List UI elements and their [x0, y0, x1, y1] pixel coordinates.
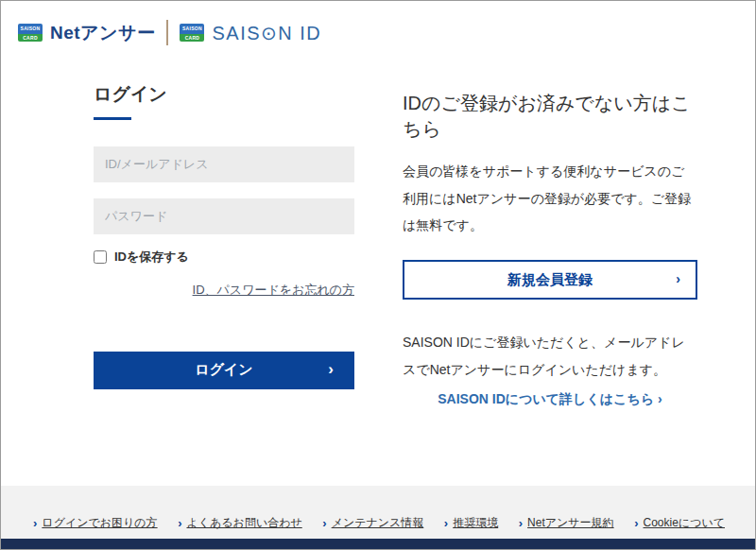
saison-id-logo: SAIS⊙N ID [212, 22, 321, 44]
save-id-row: IDを保存する [94, 249, 354, 266]
saison-link-row: SAISON IDについて詳しくはこちら› [403, 390, 697, 408]
saison-id-logo-text: SAIS [212, 23, 261, 43]
footer-link-label: Cookieについて [644, 515, 725, 531]
chevron-right-icon: › [322, 516, 326, 530]
footer-link-environment[interactable]: ›推奨環境 [444, 515, 498, 531]
saison-badge-top: SAISON [18, 24, 43, 34]
chevron-right-icon: › [328, 360, 334, 379]
title-underline [94, 117, 131, 120]
footer-link-label: ログインでお困りの方 [42, 515, 157, 531]
footer-link-label: Netアンサー規約 [527, 515, 614, 531]
chevron-right-icon: › [676, 271, 680, 286]
footer-link-cookie[interactable]: ›Cookieについて [634, 515, 725, 531]
login-page: SAISON CARD Netアンサー SAISON CARD SAIS⊙N I… [0, 0, 756, 550]
saison-card-logo-icon: SAISON CARD [180, 24, 204, 42]
id-input[interactable] [94, 146, 354, 182]
footer-link-label: 推奨環境 [453, 515, 498, 531]
chevron-right-icon: › [444, 516, 448, 530]
net-answer-logo: Netアンサー [50, 21, 155, 45]
chevron-right-icon: › [178, 516, 181, 530]
login-button[interactable]: ログイン › [94, 352, 354, 389]
footer-link-label: メンテナンス情報 [332, 515, 424, 531]
save-id-label: IDを保存する [114, 249, 189, 266]
footer-links-band: ›ログインでお困りの方 ›よくあるお問い合わせ ›メンテナンス情報 ›推奨環境 … [1, 486, 755, 539]
saison-badge-bottom: CARD [180, 34, 204, 42]
saison-id-details-label: SAISON IDについて詳しくはこちら [438, 391, 654, 406]
saison-id-logo-o-icon: ⊙ [261, 23, 278, 43]
footer-link-terms[interactable]: ›Netアンサー規約 [519, 515, 614, 531]
saison-badge-top: SAISON [180, 24, 204, 34]
chevron-right-icon: › [634, 516, 638, 530]
saison-card-logo-icon: SAISON CARD [18, 24, 43, 42]
login-title: ログイン [94, 84, 354, 106]
register-description: 会員の皆様をサポートする便利なサービスのご利用にはNetアンサーの登録が必要です… [403, 158, 697, 239]
password-input[interactable] [94, 198, 354, 234]
chevron-right-icon: › [519, 516, 523, 530]
save-id-checkbox[interactable] [94, 250, 107, 264]
chevron-right-icon: › [658, 391, 662, 406]
footer-navy-bar [1, 539, 755, 549]
footer-link-maintenance[interactable]: ›メンテナンス情報 [322, 515, 423, 531]
forgot-password-link[interactable]: ID、パスワードをお忘れの方 [193, 283, 354, 297]
chevron-right-icon: › [33, 516, 37, 530]
footer-link-label: よくあるお問い合わせ [186, 515, 301, 531]
register-button-label: 新規会員登録 [507, 271, 593, 287]
footer-link-login-help[interactable]: ›ログインでお困りの方 [33, 515, 158, 531]
logo-divider [166, 20, 168, 45]
saison-id-logo-text: N ID [278, 23, 321, 43]
saison-badge-bottom: CARD [18, 34, 43, 42]
login-button-label: ログイン [195, 361, 252, 377]
register-heading: IDのご登録がお済みでない方はこちら [403, 91, 697, 142]
register-section: IDのご登録がお済みでない方はこちら 会員の皆様をサポートする便利なサービスのご… [403, 91, 697, 408]
header-logo-row: SAISON CARD Netアンサー SAISON CARD SAIS⊙N I… [18, 20, 321, 45]
login-form: ログイン IDを保存する ID、パスワードをお忘れの方 ログイン › [94, 84, 354, 389]
forgot-row: ID、パスワードをお忘れの方 [94, 281, 354, 299]
register-button[interactable]: 新規会員登録 › [403, 260, 697, 300]
footer-link-faq[interactable]: ›よくあるお問い合わせ [178, 515, 302, 531]
saison-id-note: SAISON IDにご登録いただくと、メールアドレスでNetアンサーにログインい… [403, 329, 697, 383]
saison-id-details-link[interactable]: SAISON IDについて詳しくはこちら› [438, 391, 662, 406]
